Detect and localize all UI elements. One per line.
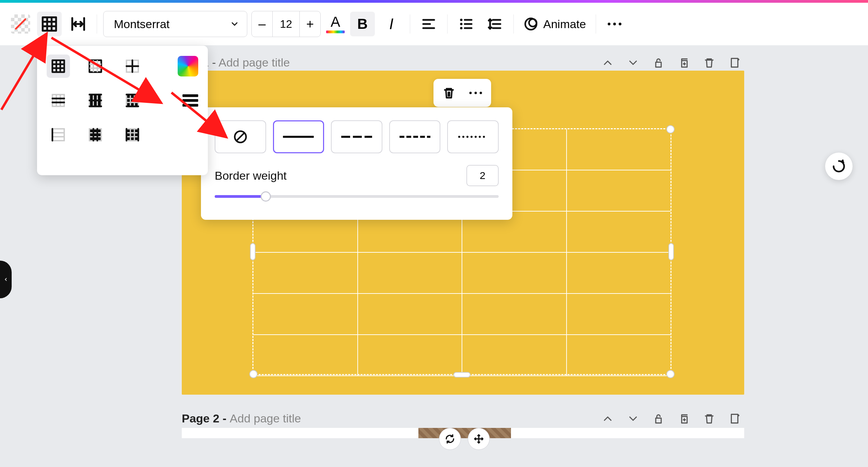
border-vertical-all[interactable] (84, 123, 107, 146)
short-dash-icon (400, 136, 430, 138)
horizontal-spacing-icon (69, 15, 87, 33)
svg-rect-24 (427, 136, 430, 138)
border-horizontal-inner[interactable] (47, 89, 70, 112)
page-1-title-wrap[interactable]: 1 - Add page title (202, 56, 290, 69)
font-family-select[interactable]: Montserrat (103, 11, 247, 37)
sparkle-loop-icon (831, 158, 847, 174)
border-inner-only[interactable] (121, 55, 144, 78)
resize-handle-bottom[interactable] (453, 372, 471, 378)
long-dash-icon (341, 136, 372, 138)
page-add-button[interactable] (728, 56, 741, 69)
context-toolbar: Montserrat – 12 + A B I Animate (0, 3, 868, 46)
svg-point-28 (471, 136, 473, 138)
grid-icon (40, 15, 58, 33)
resize-handle-bottom-right[interactable] (666, 370, 675, 378)
dotted-icon (457, 135, 488, 138)
page2-lock-button[interactable] (652, 412, 665, 425)
bold-button[interactable]: B (350, 12, 375, 36)
page2-add-button[interactable] (728, 412, 741, 425)
selection-more-button[interactable] (467, 84, 484, 101)
bullet-list-button[interactable] (454, 12, 478, 36)
svg-point-25 (458, 136, 460, 138)
animate-button[interactable]: Animate (520, 16, 590, 32)
page-move-down-button[interactable] (627, 56, 640, 69)
chevron-left-icon (3, 275, 8, 284)
ellipsis-icon (468, 91, 483, 95)
slider-knob[interactable] (261, 191, 271, 202)
more-options-button[interactable] (602, 12, 627, 36)
page2-delete-button[interactable] (703, 412, 716, 425)
text-color-button[interactable]: A (325, 15, 346, 33)
border-weight-slider[interactable] (215, 195, 499, 198)
move-icon (473, 433, 484, 444)
chevron-down-icon (230, 19, 239, 29)
resize-handle-bottom-left[interactable] (249, 370, 258, 378)
svg-rect-11 (90, 60, 102, 72)
page-1-actions (601, 56, 741, 69)
border-style-dashed-short[interactable] (389, 120, 441, 153)
line-spacing-button[interactable] (483, 12, 507, 36)
font-size-increase[interactable]: + (300, 11, 320, 37)
resize-handle-left[interactable] (250, 243, 255, 260)
border-weight-label: Border weight (215, 169, 287, 182)
page-2-header: Page 2 - Add page title (0, 412, 868, 425)
page-move-up-button[interactable] (601, 56, 614, 69)
border-all-sides[interactable] (47, 55, 70, 78)
resize-handle-top-right[interactable] (666, 125, 675, 133)
text-align-button[interactable] (416, 12, 441, 36)
svg-point-4 (529, 19, 537, 26)
page-duplicate-button[interactable] (677, 56, 690, 69)
cell-spacing-button[interactable] (66, 12, 91, 36)
no-border-icon (233, 129, 248, 144)
svg-point-9 (475, 92, 477, 94)
border-weight-input[interactable] (466, 165, 499, 186)
svg-point-0 (460, 19, 462, 21)
canvas-sync-button[interactable] (439, 428, 461, 450)
page2-move-down-button[interactable] (627, 412, 640, 425)
border-vertical-inner[interactable] (47, 123, 70, 146)
border-horizontal-all[interactable] (84, 89, 107, 112)
resize-handle-right[interactable] (668, 243, 674, 260)
solid-line-icon (283, 136, 314, 138)
border-style-trigger[interactable] (182, 94, 198, 107)
page-lock-button[interactable] (652, 56, 665, 69)
side-panel-collapse-tab[interactable] (0, 261, 12, 298)
page-2-title-wrap[interactable]: Page 2 - Add page title (182, 412, 301, 425)
sync-icon (444, 433, 455, 444)
border-style-solid[interactable] (273, 120, 324, 153)
border-style-dashed-long[interactable] (331, 120, 382, 153)
magic-generate-button[interactable] (825, 153, 853, 180)
canvas-pan-button[interactable] (468, 428, 490, 450)
page2-duplicate-button[interactable] (677, 412, 690, 425)
line-spacing-icon (487, 16, 503, 32)
selection-delete-button[interactable] (440, 84, 457, 101)
page-2-number: Page 2 - (182, 412, 230, 425)
svg-rect-17 (341, 136, 350, 138)
border-options-button[interactable] (37, 12, 62, 36)
animate-icon (523, 16, 538, 32)
border-top-bottom[interactable] (121, 89, 144, 112)
svg-point-7 (619, 23, 621, 25)
border-color-swatch[interactable] (178, 56, 198, 76)
rainbow-bar-icon (326, 31, 345, 33)
page-delete-button[interactable] (703, 56, 716, 69)
font-size-value[interactable]: 12 (272, 11, 300, 37)
font-size-decrease[interactable]: – (252, 11, 272, 37)
svg-rect-19 (365, 136, 372, 138)
fill-color-button[interactable] (8, 12, 33, 36)
animate-label: Animate (543, 17, 586, 31)
font-size-stepper: – 12 + (251, 11, 321, 37)
border-left-right[interactable] (121, 123, 144, 146)
italic-button[interactable]: I (379, 12, 404, 36)
canvas-float-controls (439, 428, 490, 450)
page-2-title-placeholder: Add page title (230, 412, 301, 425)
border-outer-only[interactable] (84, 55, 107, 78)
svg-rect-20 (400, 136, 404, 138)
border-style-none[interactable] (215, 120, 266, 153)
svg-rect-18 (353, 136, 362, 138)
border-style-dotted[interactable] (447, 120, 499, 153)
trash-icon (442, 86, 456, 100)
svg-rect-13 (52, 95, 64, 107)
page2-move-up-button[interactable] (601, 412, 614, 425)
svg-point-31 (483, 136, 485, 138)
